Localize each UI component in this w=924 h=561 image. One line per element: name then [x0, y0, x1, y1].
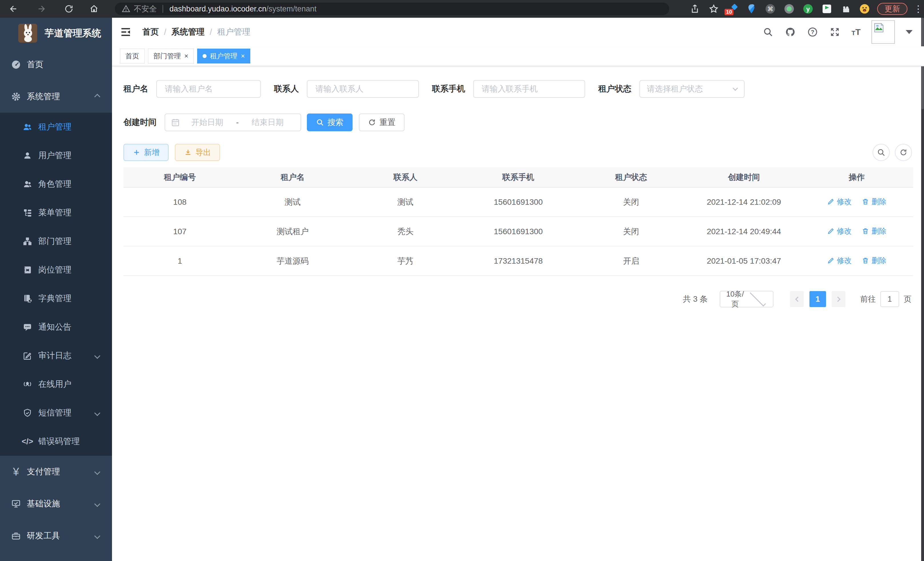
- next-page-button[interactable]: [832, 291, 845, 307]
- reset-button[interactable]: 重置: [359, 114, 405, 131]
- sidebar-item-menu[interactable]: 菜单管理: [0, 199, 112, 227]
- edit-link[interactable]: 修改: [827, 226, 852, 236]
- create-time-range-picker[interactable]: 开始日期 - 结束日期: [165, 114, 301, 131]
- contact-name-input[interactable]: [307, 80, 419, 98]
- window-scrollbar[interactable]: [921, 18, 924, 561]
- filter-tenant-name: 租户名: [123, 80, 261, 98]
- app-logo-row[interactable]: 芋道管理系统: [0, 18, 112, 49]
- contact-mobile-input[interactable]: [473, 80, 585, 98]
- tenant-status-select[interactable]: 请选择租户状态: [639, 80, 745, 98]
- sidebar-item-payment[interactable]: ¥ 支付管理: [0, 456, 112, 488]
- broken-image-icon: [873, 22, 885, 33]
- col-create-time: 创建时间: [687, 167, 800, 187]
- calendar-icon: [171, 118, 180, 127]
- pagination: 共 3 条 10条/页 1 前往 页: [123, 291, 913, 307]
- sidebar-item-role[interactable]: 角色管理: [0, 170, 112, 199]
- tab-dept[interactable]: 部门管理 ×: [148, 49, 194, 63]
- sidebar-item-system[interactable]: 系统管理: [0, 81, 112, 113]
- sidebar-item-dept[interactable]: 部门管理: [0, 227, 112, 256]
- edit-link[interactable]: 修改: [827, 197, 852, 207]
- address-bar[interactable]: 不安全 dashboard.yudao.iocoder.cn/system/te…: [115, 3, 669, 15]
- breadcrumb-system[interactable]: 系统管理: [171, 26, 205, 38]
- tab-home[interactable]: 首页: [120, 49, 145, 63]
- chevron-down-icon: [94, 533, 100, 539]
- sidebar-item-post[interactable]: 岗位管理: [0, 256, 112, 284]
- sidebar-toggle-button[interactable]: [119, 26, 132, 38]
- avatar-dropdown-caret[interactable]: [906, 30, 913, 34]
- export-button[interactable]: 导出: [175, 144, 220, 161]
- svg-text:?: ?: [811, 29, 814, 35]
- tenant-users-icon: [22, 121, 33, 133]
- current-page-button[interactable]: 1: [809, 291, 826, 307]
- close-icon[interactable]: ×: [184, 52, 188, 60]
- tenant-table: 租户编号 租户名 联系人 联系手机 租户状态 创建时间 操作 108 测试: [123, 167, 913, 276]
- prev-page-button[interactable]: [790, 291, 804, 307]
- reload-button[interactable]: [63, 3, 74, 14]
- address-divider: [163, 5, 163, 13]
- sidebar-item-notice[interactable]: 通知公告: [0, 313, 112, 341]
- chevron-down-icon: [94, 410, 100, 416]
- delete-link[interactable]: 删除: [862, 226, 886, 236]
- bookmark-star-button[interactable]: [707, 3, 720, 15]
- sidebar-item-dict[interactable]: 字典管理: [0, 284, 112, 313]
- browser-menu-button[interactable]: ⋮: [914, 3, 920, 14]
- sidebar-item-audit-log[interactable]: 审计日志: [0, 341, 112, 370]
- extension-recorder-icon[interactable]: [783, 3, 795, 15]
- col-tenant-id: 租户编号: [123, 167, 236, 187]
- home-button[interactable]: [88, 3, 99, 14]
- sidebar-item-devtools[interactable]: 研发工具: [0, 520, 112, 552]
- font-size-icon[interactable]: TT: [851, 27, 861, 37]
- goto-page-input[interactable]: [880, 291, 899, 307]
- tab-tenant[interactable]: 租户管理 ×: [197, 49, 250, 63]
- close-icon[interactable]: ×: [241, 52, 245, 60]
- help-icon[interactable]: ?: [807, 26, 818, 38]
- add-button[interactable]: 新增: [123, 144, 169, 161]
- sidebar-item-sms[interactable]: 短信管理: [0, 399, 112, 427]
- sidebar-item-infrastructure[interactable]: 基础设施: [0, 488, 112, 520]
- extension-flag-icon[interactable]: [820, 3, 833, 15]
- edit-link[interactable]: 修改: [827, 256, 852, 266]
- chevron-right-icon: [835, 296, 840, 302]
- col-contact-mobile: 联系手机: [462, 167, 575, 187]
- delete-link[interactable]: 删除: [862, 197, 886, 207]
- chevron-down-icon: [94, 469, 100, 475]
- chevron-down-icon: [94, 501, 100, 507]
- refresh-table-button[interactable]: [895, 144, 912, 161]
- forward-button[interactable]: [36, 3, 47, 14]
- breadcrumb-separator: /: [164, 27, 166, 37]
- extension-command-icon[interactable]: ⌘: [764, 3, 777, 15]
- yen-icon: ¥: [10, 466, 22, 478]
- fullscreen-icon[interactable]: [829, 26, 841, 38]
- trash-icon: [862, 257, 869, 264]
- extension-pin-icon[interactable]: [745, 3, 758, 15]
- share-button[interactable]: [688, 3, 701, 15]
- extension-y-icon[interactable]: y: [802, 3, 814, 15]
- filter-status: 租户状态 请选择租户状态: [598, 80, 745, 98]
- edit-pen-icon: [827, 198, 835, 205]
- error-code-icon: </>: [22, 436, 33, 447]
- sidebar-item-online-user[interactable]: 在线用户: [0, 370, 112, 399]
- search-icon[interactable]: [762, 26, 774, 38]
- user-avatar[interactable]: [872, 20, 895, 44]
- sidebar-item-user[interactable]: 用户管理: [0, 141, 112, 170]
- back-button[interactable]: [8, 3, 19, 14]
- chrome-update-button[interactable]: 更新: [877, 3, 908, 15]
- breadcrumb-home[interactable]: 首页: [142, 26, 159, 38]
- github-icon[interactable]: [784, 26, 796, 38]
- delete-link[interactable]: 删除: [862, 256, 886, 266]
- gear-icon: [10, 91, 22, 102]
- extensions-puzzle-button[interactable]: [839, 3, 852, 15]
- toggle-search-button[interactable]: [873, 144, 890, 161]
- sidebar-item-tenant[interactable]: 租户管理: [0, 113, 112, 141]
- menu-tree-icon: [22, 207, 33, 218]
- sidebar-item-home[interactable]: 首页: [0, 49, 112, 81]
- table-row: 108 测试 测试 15601691300 关闭 2021-12-14 21:0…: [123, 187, 913, 217]
- search-button[interactable]: 搜索: [307, 114, 352, 131]
- status-text: 关闭: [574, 217, 687, 246]
- browser-profile-avatar[interactable]: [858, 3, 871, 15]
- dashboard-icon: [10, 59, 22, 70]
- tenant-name-input[interactable]: [156, 80, 261, 98]
- page-size-select[interactable]: 10条/页: [720, 291, 773, 307]
- sidebar-item-error-code[interactable]: </> 错误码管理: [0, 427, 112, 456]
- extension-devtools-icon[interactable]: 10: [726, 3, 739, 15]
